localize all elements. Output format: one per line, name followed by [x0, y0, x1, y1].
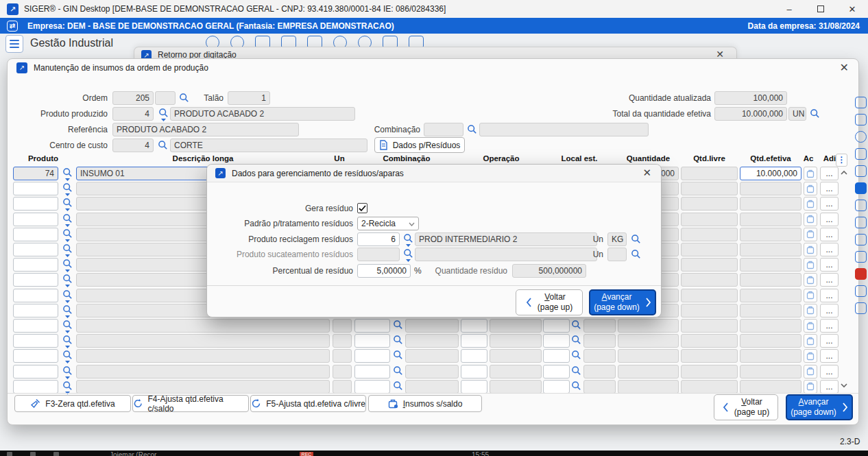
cell-combinacao[interactable] — [354, 365, 390, 379]
adi-more-button[interactable]: ... — [820, 258, 839, 272]
cell-qtd_efetiva[interactable] — [740, 182, 801, 195]
column-header-5[interactable]: Operação — [461, 154, 542, 163]
dados-residuos-button[interactable]: Dados p/Resíduos — [374, 137, 465, 153]
adi-more-button[interactable]: ... — [820, 197, 839, 211]
cell-combinacao[interactable] — [354, 380, 390, 394]
maximize-button[interactable] — [805, 0, 836, 18]
ac-package-button[interactable] — [804, 167, 817, 180]
row-search-icon[interactable] — [62, 320, 73, 333]
minimize-button[interactable]: – — [773, 0, 805, 18]
cell-combinacao[interactable] — [354, 349, 390, 363]
row-search-icon[interactable] — [62, 304, 73, 318]
sucateamento-un-search-icon[interactable] — [631, 249, 642, 260]
cell-local_est[interactable] — [543, 365, 570, 379]
produto-sucateamento-search-icon[interactable] — [402, 248, 413, 262]
ac-package-button[interactable] — [804, 304, 817, 317]
reciclagem-un-search-icon[interactable] — [631, 234, 642, 245]
column-header-2[interactable]: Descrição longa — [76, 154, 330, 163]
ac-package-button[interactable] — [804, 228, 817, 241]
centro-custo-search-icon[interactable] — [158, 140, 169, 151]
ac-package-button[interactable] — [804, 273, 817, 287]
column-header-1[interactable]: Produto — [13, 154, 73, 163]
side-alert-icon[interactable] — [855, 268, 867, 280]
row-search-icon[interactable] — [62, 213, 73, 227]
f4-ajusta-saldo-button[interactable]: F4-Ajusta qtd.efetiva c/saldo — [132, 395, 249, 412]
cell-produto[interactable] — [13, 197, 58, 211]
ac-package-button[interactable] — [804, 243, 817, 256]
ordem-sub-input[interactable] — [155, 91, 176, 105]
taskbar-icon[interactable] — [53, 452, 59, 456]
cell-produto[interactable] — [13, 380, 58, 394]
ac-package-button[interactable] — [804, 334, 817, 348]
ordem-search-icon[interactable] — [179, 93, 190, 104]
cell-local_est[interactable] — [543, 349, 570, 363]
row-search-icon[interactable] — [392, 365, 403, 376]
row-search-icon[interactable] — [62, 197, 73, 211]
produto-reciclagem-search-icon[interactable] — [402, 233, 413, 247]
cell-produto[interactable] — [13, 228, 58, 241]
side-check-icon[interactable] — [855, 148, 867, 160]
side-printer-icon[interactable] — [855, 97, 867, 108]
cell-operacao[interactable] — [461, 334, 487, 348]
column-header-6[interactable]: Local est. — [543, 154, 616, 163]
row-search-icon[interactable] — [62, 228, 73, 242]
cell-local_est[interactable] — [543, 319, 570, 333]
ac-package-button[interactable] — [804, 182, 817, 195]
row-search-icon[interactable] — [62, 289, 73, 303]
adi-more-button[interactable]: ... — [820, 167, 839, 180]
percentual-input[interactable]: 5,00000 — [357, 264, 411, 278]
f5-ajusta-livre-button[interactable]: F5-Ajusta qtd.efetiva c/livre — [250, 395, 366, 412]
modal-avancar-button[interactable]: Avançar(page down) — [589, 289, 656, 315]
cell-qtd_efetiva[interactable] — [740, 258, 801, 272]
table-menu-button[interactable]: ⋮ — [836, 154, 847, 167]
menu-hamburger-icon[interactable] — [5, 35, 23, 53]
row-search-icon[interactable] — [62, 182, 73, 196]
produto-reciclagem-input[interactable]: 6 — [357, 232, 400, 246]
cell-produto[interactable] — [13, 289, 58, 302]
column-header-10[interactable]: Ac — [797, 154, 819, 163]
cell-qtd_efetiva[interactable] — [740, 349, 801, 363]
cell-produto[interactable] — [13, 334, 58, 348]
talao-input[interactable]: 1 — [228, 91, 270, 105]
ac-package-button[interactable] — [804, 213, 817, 226]
side-notes-icon[interactable] — [855, 200, 867, 211]
adi-more-button[interactable]: ... — [820, 182, 839, 195]
side-archive-icon[interactable] — [855, 251, 867, 263]
cell-local_est[interactable] — [543, 380, 570, 394]
cell-qtd_efetiva[interactable] — [740, 243, 801, 256]
cell-qtd_efetiva[interactable] — [740, 319, 801, 333]
modal-voltar-button[interactable]: Voltar(page up) — [516, 289, 583, 315]
voltar-button[interactable]: Voltar(page up) — [714, 394, 778, 420]
combinacao-input[interactable] — [424, 123, 463, 136]
cell-operacao[interactable] — [461, 380, 487, 394]
cell-qtd_efetiva[interactable] — [740, 334, 801, 348]
cell-operacao[interactable] — [461, 365, 487, 379]
ac-package-button[interactable] — [804, 319, 817, 333]
row-search-icon[interactable] — [570, 381, 581, 391]
f3-zera-qtd-button[interactable]: F3-Zera qtd.efetiva — [14, 395, 131, 412]
centro-custo-input[interactable]: 4 — [112, 139, 154, 152]
side-help-icon[interactable] — [855, 131, 867, 143]
combinacao-search-icon[interactable] — [467, 124, 478, 135]
cell-produto[interactable] — [13, 349, 58, 363]
cell-qtd_efetiva[interactable] — [740, 273, 801, 287]
column-header-8[interactable]: Qtd.livre — [681, 154, 738, 163]
taskbar-window-label[interactable]: Joiemar (Recor — [110, 451, 156, 456]
cell-produto[interactable] — [13, 258, 58, 272]
adi-more-button[interactable]: ... — [820, 319, 839, 333]
row-search-icon[interactable] — [62, 259, 73, 272]
padrao-tratamento-select[interactable]: 2-Recicla — [357, 217, 419, 230]
insumos-saldo-button[interactable]: Insumos s/saldo — [368, 395, 482, 412]
side-box-icon[interactable] — [855, 234, 867, 245]
side-package-icon[interactable] — [855, 285, 867, 297]
adi-more-button[interactable]: ... — [820, 228, 839, 241]
row-search-icon[interactable] — [62, 350, 73, 363]
cell-operacao[interactable] — [461, 319, 487, 333]
cell-produto[interactable] — [13, 182, 58, 195]
row-search-icon[interactable] — [392, 320, 403, 330]
row-search-icon[interactable] — [570, 365, 581, 376]
adi-more-button[interactable]: ... — [820, 304, 839, 317]
ac-package-button[interactable] — [804, 380, 817, 394]
taskbar-icon[interactable] — [30, 452, 36, 456]
cell-qtd_efetiva[interactable] — [740, 304, 801, 317]
